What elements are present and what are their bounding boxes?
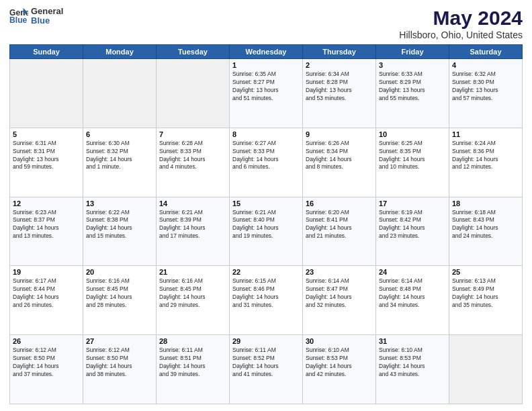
calendar-cell: 28Sunrise: 6:11 AMSunset: 8:51 PMDayligh… — [157, 335, 230, 404]
calendar-cell: 2Sunrise: 6:34 AMSunset: 8:28 PMDaylight… — [303, 59, 376, 128]
day-info: Sunrise: 6:25 AMSunset: 8:35 PMDaylight:… — [379, 140, 446, 172]
day-number: 31 — [379, 337, 446, 345]
calendar-cell — [449, 335, 523, 404]
day-number: 12 — [13, 199, 80, 208]
calendar-cell: 31Sunrise: 6:10 AMSunset: 8:53 PMDayligh… — [376, 335, 449, 404]
day-number: 8 — [232, 130, 300, 138]
calendar-cell: 16Sunrise: 6:20 AMSunset: 8:41 PMDayligh… — [303, 197, 376, 266]
day-info: Sunrise: 6:11 AMSunset: 8:52 PMDaylight:… — [232, 347, 300, 379]
day-info: Sunrise: 6:34 AMSunset: 8:28 PMDaylight:… — [306, 71, 373, 103]
day-number: 18 — [452, 199, 519, 208]
calendar-cell: 19Sunrise: 6:17 AMSunset: 8:44 PMDayligh… — [10, 266, 83, 335]
day-header-saturday: Saturday — [449, 45, 523, 59]
calendar-cell — [83, 59, 157, 128]
calendar-cell: 23Sunrise: 6:14 AMSunset: 8:47 PMDayligh… — [303, 266, 376, 335]
calendar-cell: 4Sunrise: 6:32 AMSunset: 8:30 PMDaylight… — [449, 59, 523, 128]
day-number: 27 — [86, 337, 153, 345]
day-number: 10 — [379, 130, 446, 138]
calendar-table: SundayMondayTuesdayWednesdayThursdayFrid… — [9, 44, 523, 404]
day-number: 28 — [159, 337, 226, 345]
logo: General Blue General Blue — [9, 7, 63, 26]
calendar-cell: 22Sunrise: 6:15 AMSunset: 8:46 PMDayligh… — [230, 266, 303, 335]
calendar-cell: 8Sunrise: 6:27 AMSunset: 8:33 PMDaylight… — [230, 128, 303, 197]
calendar-cell: 17Sunrise: 6:19 AMSunset: 8:42 PMDayligh… — [376, 197, 449, 266]
calendar-cell: 6Sunrise: 6:30 AMSunset: 8:32 PMDaylight… — [83, 128, 157, 197]
day-info: Sunrise: 6:17 AMSunset: 8:44 PMDaylight:… — [13, 277, 80, 310]
week-row-3: 12Sunrise: 6:23 AMSunset: 8:37 PMDayligh… — [10, 197, 523, 266]
calendar-cell: 14Sunrise: 6:21 AMSunset: 8:39 PMDayligh… — [157, 197, 230, 266]
day-number: 26 — [13, 337, 80, 345]
calendar-cell: 9Sunrise: 6:26 AMSunset: 8:34 PMDaylight… — [303, 128, 376, 197]
day-number: 17 — [379, 199, 446, 208]
week-row-4: 19Sunrise: 6:17 AMSunset: 8:44 PMDayligh… — [10, 266, 523, 335]
svg-text:Blue: Blue — [9, 16, 28, 26]
day-number: 4 — [452, 61, 519, 69]
calendar-cell: 21Sunrise: 6:16 AMSunset: 8:45 PMDayligh… — [157, 266, 230, 335]
day-info: Sunrise: 6:11 AMSunset: 8:51 PMDaylight:… — [159, 347, 226, 379]
day-number: 16 — [306, 199, 373, 208]
day-number: 25 — [452, 268, 519, 276]
day-number: 23 — [306, 268, 373, 276]
day-info: Sunrise: 6:33 AMSunset: 8:29 PMDaylight:… — [379, 71, 446, 103]
calendar-cell: 10Sunrise: 6:25 AMSunset: 8:35 PMDayligh… — [376, 128, 449, 197]
day-number: 20 — [86, 268, 153, 276]
day-info: Sunrise: 6:20 AMSunset: 8:41 PMDaylight:… — [306, 209, 373, 241]
day-number: 9 — [306, 130, 373, 138]
day-info: Sunrise: 6:31 AMSunset: 8:31 PMDaylight:… — [13, 140, 80, 172]
calendar-cell: 20Sunrise: 6:16 AMSunset: 8:45 PMDayligh… — [83, 266, 157, 335]
day-info: Sunrise: 6:26 AMSunset: 8:34 PMDaylight:… — [306, 140, 373, 172]
day-info: Sunrise: 6:21 AMSunset: 8:40 PMDaylight:… — [232, 209, 300, 241]
day-number: 2 — [306, 61, 373, 69]
calendar-header: SundayMondayTuesdayWednesdayThursdayFrid… — [10, 45, 523, 59]
day-number: 22 — [232, 268, 300, 276]
day-info: Sunrise: 6:30 AMSunset: 8:32 PMDaylight:… — [86, 140, 153, 172]
day-header-thursday: Thursday — [303, 45, 376, 59]
logo-text: General Blue — [31, 7, 63, 26]
calendar-cell — [157, 59, 230, 128]
day-info: Sunrise: 6:16 AMSunset: 8:45 PMDaylight:… — [86, 277, 153, 310]
day-info: Sunrise: 6:12 AMSunset: 8:50 PMDaylight:… — [13, 347, 80, 379]
day-header-tuesday: Tuesday — [157, 45, 230, 59]
day-number: 14 — [159, 199, 226, 208]
day-info: Sunrise: 6:24 AMSunset: 8:36 PMDaylight:… — [452, 140, 519, 172]
calendar-cell: 12Sunrise: 6:23 AMSunset: 8:37 PMDayligh… — [10, 197, 83, 266]
calendar-cell: 15Sunrise: 6:21 AMSunset: 8:40 PMDayligh… — [230, 197, 303, 266]
day-info: Sunrise: 6:28 AMSunset: 8:33 PMDaylight:… — [159, 140, 226, 172]
day-info: Sunrise: 6:18 AMSunset: 8:43 PMDaylight:… — [452, 209, 519, 241]
day-info: Sunrise: 6:14 AMSunset: 8:48 PMDaylight:… — [379, 277, 446, 310]
day-header-wednesday: Wednesday — [230, 45, 303, 59]
day-number: 21 — [159, 268, 226, 276]
day-info: Sunrise: 6:21 AMSunset: 8:39 PMDaylight:… — [159, 209, 226, 241]
day-number: 11 — [452, 130, 519, 138]
calendar-cell: 27Sunrise: 6:12 AMSunset: 8:50 PMDayligh… — [83, 335, 157, 404]
calendar-cell: 24Sunrise: 6:14 AMSunset: 8:48 PMDayligh… — [376, 266, 449, 335]
page: General Blue General Blue May 2024 Hills… — [0, 0, 532, 411]
day-number: 5 — [13, 130, 80, 138]
calendar-cell — [10, 59, 83, 128]
day-info: Sunrise: 6:22 AMSunset: 8:38 PMDaylight:… — [86, 209, 153, 241]
week-row-2: 5Sunrise: 6:31 AMSunset: 8:31 PMDaylight… — [10, 128, 523, 197]
week-row-1: 1Sunrise: 6:35 AMSunset: 8:27 PMDaylight… — [10, 59, 523, 128]
calendar-cell: 11Sunrise: 6:24 AMSunset: 8:36 PMDayligh… — [449, 128, 523, 197]
day-info: Sunrise: 6:14 AMSunset: 8:47 PMDaylight:… — [306, 277, 373, 310]
week-row-5: 26Sunrise: 6:12 AMSunset: 8:50 PMDayligh… — [10, 335, 523, 404]
day-info: Sunrise: 6:32 AMSunset: 8:30 PMDaylight:… — [452, 71, 519, 103]
day-number: 3 — [379, 61, 446, 69]
day-info: Sunrise: 6:10 AMSunset: 8:53 PMDaylight:… — [306, 347, 373, 379]
day-header-friday: Friday — [376, 45, 449, 59]
sub-title: Hillsboro, Ohio, United States — [399, 30, 523, 40]
day-info: Sunrise: 6:10 AMSunset: 8:53 PMDaylight:… — [379, 347, 446, 379]
day-number: 1 — [232, 61, 300, 69]
day-number: 13 — [86, 199, 153, 208]
title-block: May 2024 Hillsboro, Ohio, United States — [399, 7, 523, 40]
logo-line2: Blue — [31, 16, 63, 26]
header: General Blue General Blue May 2024 Hills… — [9, 7, 523, 40]
day-info: Sunrise: 6:13 AMSunset: 8:49 PMDaylight:… — [452, 277, 519, 310]
day-info: Sunrise: 6:19 AMSunset: 8:42 PMDaylight:… — [379, 209, 446, 241]
calendar-cell: 5Sunrise: 6:31 AMSunset: 8:31 PMDaylight… — [10, 128, 83, 197]
day-header-sunday: Sunday — [10, 45, 83, 59]
day-number: 7 — [159, 130, 226, 138]
day-header-monday: Monday — [83, 45, 157, 59]
calendar-cell: 18Sunrise: 6:18 AMSunset: 8:43 PMDayligh… — [449, 197, 523, 266]
day-info: Sunrise: 6:35 AMSunset: 8:27 PMDaylight:… — [232, 71, 300, 103]
